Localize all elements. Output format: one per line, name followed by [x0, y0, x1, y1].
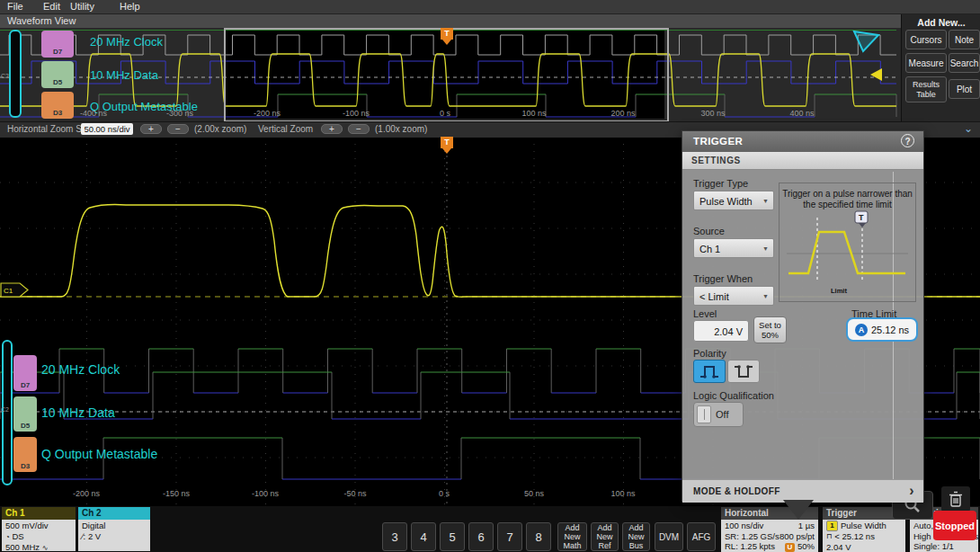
stopped-button[interactable]: Stopped — [933, 511, 976, 540]
time-label: -150 ns — [163, 489, 190, 498]
add-new-bus-button[interactable]: Add New Bus — [622, 522, 650, 551]
digital-group-handle[interactable] — [2, 340, 13, 485]
ch2-badge[interactable]: Ch 2 Digital ∕: 2 V — [78, 507, 150, 551]
time-label: -100 ns — [252, 489, 279, 498]
acq-single: Single: 1/1 — [913, 541, 954, 552]
results-table-button[interactable]: Results Table — [905, 76, 947, 102]
channel-8-button[interactable]: 8 — [526, 522, 551, 551]
chevron-down-icon: ▼ — [762, 239, 769, 259]
trigger-when-value: < Limit — [699, 291, 729, 302]
measure-button[interactable]: Measure — [905, 53, 947, 73]
level-label: Level — [693, 308, 717, 319]
delete-button[interactable] — [941, 486, 970, 512]
ch2-threshold: 2 V — [88, 531, 101, 541]
offscreen-trace-arrow-icon[interactable] — [870, 68, 882, 81]
collapse-chevron-icon[interactable]: ⌄ — [964, 122, 973, 135]
logic-qualification-label: Logic Qualification — [693, 390, 774, 401]
d5-chip[interactable]: D5 — [13, 396, 37, 432]
ch1-badge[interactable]: Ch 1 500 mV/div ◔ DS 500 MHz ∿ — [2, 507, 76, 551]
toggle-value: Off — [716, 403, 728, 426]
pulse-icon: ⊓ — [826, 531, 832, 542]
v-zoom-label: Vertical Zoom — [258, 124, 313, 134]
mode-holdoff-label: MODE & HOLDOFF — [693, 486, 780, 496]
pulse-width-diagram: T Limit — [780, 210, 915, 300]
time-label: -100 ns — [343, 109, 370, 118]
main-trigger-marker[interactable]: T — [441, 137, 453, 148]
add-new-math-button[interactable]: Add New Math — [557, 522, 587, 551]
d5-chip[interactable]: D5 — [41, 61, 74, 88]
source-dropdown[interactable]: Ch 1 ▼ — [693, 238, 774, 258]
h-zoom-scale-field[interactable]: 50.00 ns/div — [81, 123, 133, 135]
channel-4-button[interactable]: 4 — [411, 522, 436, 551]
h-zoom-factor: (2.00x zoom) — [194, 124, 246, 134]
note-button[interactable]: Note — [949, 30, 980, 49]
help-icon[interactable]: ? — [901, 134, 914, 147]
add-new-ref-button[interactable]: Add New Ref — [591, 522, 619, 551]
ch1-scale: 500 mV/div — [5, 521, 72, 531]
ch1-level-tag[interactable]: C1 — [0, 282, 31, 298]
channel-6-button[interactable]: 6 — [468, 522, 494, 551]
threshold-icon: ∕: — [82, 531, 85, 542]
menu-utility[interactable]: Utility — [70, 1, 94, 12]
h-zoom-minus-button[interactable]: − — [167, 124, 189, 134]
v-zoom-plus-button[interactable]: + — [321, 124, 343, 134]
time-label: -50 ns — [343, 489, 366, 498]
time-label: -300 ns — [166, 109, 193, 118]
set-to-50-button[interactable]: Set to 50% — [753, 316, 787, 343]
trigger-when-dropdown[interactable]: < Limit ▼ — [693, 286, 774, 306]
time-label: -200 ns — [254, 109, 281, 118]
channel-7-button[interactable]: 7 — [497, 522, 522, 551]
time-label: 400 ns — [789, 109, 814, 118]
trigger-when-label: Trigger When — [693, 273, 753, 284]
menu-file[interactable]: File — [7, 1, 23, 12]
d3-chip[interactable]: D3 — [41, 92, 74, 119]
dvm-button[interactable]: DVM — [655, 522, 683, 551]
channel-5-button[interactable]: 5 — [440, 522, 465, 551]
afg-button[interactable]: AFG — [687, 522, 716, 551]
time-label: 100 ns — [521, 109, 546, 118]
trigger-level: 2.04 V — [826, 542, 851, 552]
d7-chip[interactable]: D7 — [41, 31, 74, 58]
plot-button[interactable]: Plot — [949, 79, 980, 99]
time-limit-field[interactable]: A 25.12 ns — [846, 317, 918, 342]
cursors-button[interactable]: Cursors — [905, 30, 947, 49]
d5-label: 10 MHz Data — [41, 405, 115, 420]
search-button[interactable]: Search — [949, 53, 980, 73]
d7-chip[interactable]: D7 — [13, 355, 37, 391]
time-label: 100 ns — [610, 489, 635, 498]
trigger-type: Pulse Width — [841, 521, 886, 531]
h-zoom-plus-button[interactable]: + — [140, 124, 162, 134]
source-1-icon: 1 — [826, 521, 838, 531]
logic-qualification-toggle[interactable]: Off — [693, 402, 744, 427]
d7-label: 20 MHz Clock — [90, 35, 163, 49]
h-record-length: RL: 1.25 kpts — [725, 541, 775, 552]
zoom-flag-icon[interactable] — [852, 30, 881, 53]
trigger-condition: < 25.12 ns — [834, 531, 875, 542]
overview-trigger-marker[interactable]: T — [441, 28, 453, 40]
polarity-negative-button[interactable] — [727, 360, 760, 383]
level-field[interactable]: 2.04 V — [693, 320, 749, 342]
add-new-panel: Add New... Cursors Note Measure Search R… — [901, 14, 980, 121]
ch2-title: Ch 2 — [78, 507, 150, 520]
polarity-label: Polarity — [693, 348, 726, 359]
time-label: 0 s — [440, 109, 450, 118]
channel-3-button[interactable]: 3 — [382, 522, 407, 551]
position-icon: U — [785, 543, 795, 552]
settings-tab[interactable]: SETTINGS — [682, 152, 923, 170]
d3-chip[interactable]: D3 — [13, 437, 37, 472]
digital-group-handle[interactable] — [9, 30, 22, 118]
set50-line2: 50% — [754, 330, 786, 340]
positive-pulse-icon — [699, 362, 720, 380]
polarity-positive-button[interactable] — [693, 360, 726, 383]
trigger-type-dropdown[interactable]: Pulse Width ▼ — [693, 191, 774, 210]
menu-edit[interactable]: Edit — [43, 1, 60, 12]
trigger-type-value: Pulse Width — [699, 196, 753, 207]
menu-help[interactable]: Help — [120, 1, 140, 12]
trigger-hint-box: Trigger on a pulse narrower than the spe… — [779, 183, 916, 302]
v-zoom-minus-button[interactable]: − — [348, 124, 370, 134]
waveform-view-title: Waveform View — [7, 15, 76, 26]
d3-label: Q Output Metastable — [41, 447, 157, 461]
set50-line1: Set to — [754, 320, 786, 330]
bottom-status-bar: Ch 1 500 mV/div ◔ DS 500 MHz ∿ Ch 2 Digi… — [0, 505, 980, 552]
oscilloscope-app: File Edit Utility Help Waveform View Add… — [0, 0, 980, 552]
